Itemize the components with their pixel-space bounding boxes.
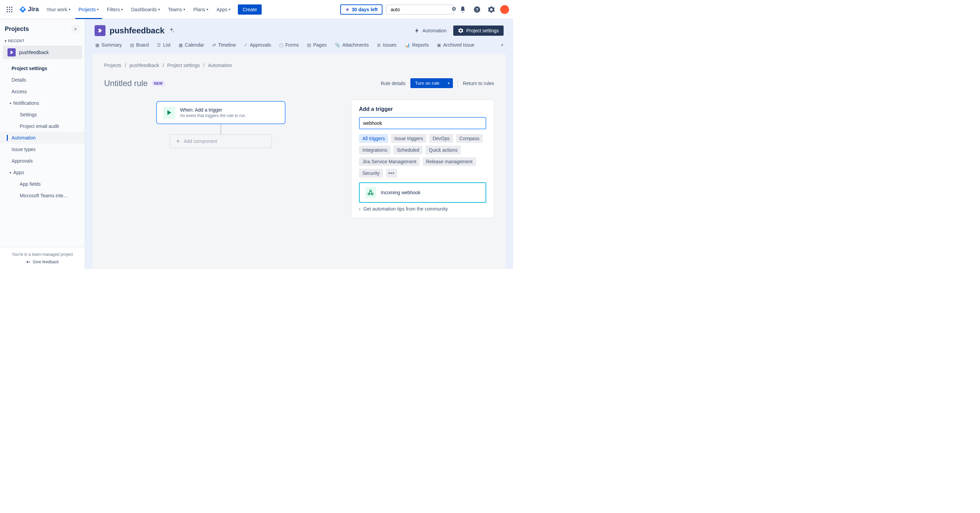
trigger-result-incoming-webhook[interactable]: Incoming webhook: [359, 182, 486, 203]
chevron-right-icon: ›: [359, 206, 361, 211]
add-tab-button[interactable]: +: [498, 41, 506, 49]
filter-chip-compass[interactable]: Compass: [456, 134, 483, 143]
sidebar-item-details[interactable]: Details: [0, 74, 85, 86]
tab-archived-issue[interactable]: ▣Archived Issue: [434, 40, 478, 50]
nav-item-teams[interactable]: Teams▾: [165, 5, 189, 14]
play-icon: [163, 106, 175, 119]
nav-item-projects[interactable]: Projects▾: [75, 5, 102, 14]
rule-title[interactable]: Untitled rule: [104, 79, 148, 88]
trigger-subtitle: An event that triggers the rule to run: [180, 113, 245, 118]
project-header-icon: [95, 25, 105, 36]
clear-search-icon[interactable]: [452, 6, 456, 12]
chevron-down-icon: ▾: [5, 39, 7, 43]
tab-reports[interactable]: 📊Reports: [401, 40, 432, 50]
svg-rect-1: [9, 6, 10, 8]
settings-icon[interactable]: [486, 4, 497, 15]
plus-icon: [175, 138, 181, 144]
new-badge: NEW: [152, 81, 165, 86]
filter-chip-security[interactable]: Security: [359, 169, 383, 178]
jira-logo[interactable]: Jira: [16, 6, 41, 13]
sidebar-item-issue-types[interactable]: Issue types: [0, 144, 85, 155]
trial-days-button[interactable]: 30 days left: [340, 5, 382, 14]
svg-rect-4: [9, 9, 10, 10]
svg-rect-5: [11, 9, 12, 10]
filter-chip-issue-triggers[interactable]: Issue triggers: [391, 134, 426, 143]
breadcrumb-separator: /: [203, 63, 205, 68]
chevron-down-icon: ▾: [448, 81, 450, 85]
rule-details-link[interactable]: Rule details: [381, 81, 406, 86]
notifications-icon[interactable]: [457, 4, 468, 15]
add-project-button[interactable]: +: [71, 24, 80, 33]
project-settings-button[interactable]: Project settings: [453, 25, 504, 36]
give-feedback-link[interactable]: Give feedback: [0, 258, 85, 266]
tab-issues[interactable]: ⊞Issues: [374, 40, 400, 50]
recent-section-toggle[interactable]: ▾ RECENT: [0, 37, 85, 45]
nav-item-apps[interactable]: Apps▾: [213, 5, 234, 14]
sidebar-item-project-settings[interactable]: Project settings: [0, 63, 85, 74]
main-content: pushfeedback Automation Project settings…: [85, 19, 513, 269]
sidebar-item-automation[interactable]: Automation: [0, 132, 85, 144]
filter-chip-all-triggers[interactable]: All triggers: [359, 134, 388, 143]
breadcrumb-separator: /: [163, 63, 164, 68]
add-component-button[interactable]: Add component: [170, 134, 272, 148]
help-icon[interactable]: ?: [472, 4, 482, 15]
sidebar-item-project-email-audit[interactable]: Project email audit: [0, 121, 85, 132]
filter-chip-integrations[interactable]: Integrations: [359, 146, 391, 154]
nav-item-dashboards[interactable]: Dashboards▾: [127, 5, 163, 14]
trigger-result-label: Incoming webhook: [381, 190, 421, 195]
tab-pages[interactable]: ▤Pages: [304, 40, 330, 50]
tab-attachments[interactable]: 📎Attachments: [331, 40, 372, 50]
tab-list[interactable]: ☰List: [153, 40, 174, 50]
nav-item-your-work[interactable]: Your work▾: [43, 5, 74, 14]
refine-icon[interactable]: [169, 27, 175, 34]
tab-approvals[interactable]: ✓Approvals: [240, 40, 274, 50]
filter-chip-jira-service-management[interactable]: Jira Service Management: [359, 157, 420, 166]
filter-chip-release-management[interactable]: Release management: [423, 157, 476, 166]
gear-icon: [458, 28, 463, 33]
megaphone-icon: [26, 260, 30, 264]
filter-chip-devops[interactable]: DevOps: [429, 134, 453, 143]
project-title: pushfeedback: [110, 26, 164, 35]
project-type-note: You're in a team-managed project: [0, 251, 85, 258]
automation-label: Automation: [422, 28, 447, 33]
create-button[interactable]: Create: [238, 5, 262, 14]
breadcrumb-item[interactable]: pushfeedback: [129, 63, 159, 68]
breadcrumb-item[interactable]: Automation: [208, 63, 232, 68]
tab-summary[interactable]: ▦Summary: [92, 40, 125, 50]
sidebar-item-approvals[interactable]: Approvals: [0, 155, 85, 167]
nav-item-plans[interactable]: Plans▾: [190, 5, 212, 14]
nav-item-filters[interactable]: Filters▾: [103, 5, 126, 14]
turn-on-dropdown[interactable]: ▾: [444, 78, 453, 88]
user-avatar[interactable]: [500, 5, 509, 14]
trigger-search-input[interactable]: [359, 117, 486, 129]
trigger-card[interactable]: When: Add a trigger An event that trigge…: [156, 101, 285, 124]
return-to-rules-link[interactable]: Return to rules: [463, 81, 494, 86]
sidebar-item-app-fields[interactable]: App fields: [0, 178, 85, 190]
sidebar-item-settings[interactable]: Settings: [0, 109, 85, 121]
tab-calendar[interactable]: ▦Calendar: [175, 40, 208, 50]
community-tips-link[interactable]: › Get automation tips from the community: [359, 206, 486, 211]
sidebar-item-access[interactable]: Access: [0, 86, 85, 97]
turn-on-rule-button[interactable]: Turn on rule: [410, 78, 444, 88]
filter-chip-more[interactable]: •••: [386, 169, 398, 178]
svg-rect-3: [7, 9, 8, 10]
recent-label: RECENT: [8, 39, 24, 43]
automation-link[interactable]: Automation: [411, 25, 450, 36]
filter-chip-quick-actions[interactable]: Quick actions: [425, 146, 461, 154]
sidebar-item-apps[interactable]: ▾Apps: [0, 167, 85, 178]
filter-chip-scheduled[interactable]: Scheduled: [393, 146, 423, 154]
sidebar-item-notifications[interactable]: ▾Notifications: [0, 97, 85, 109]
search-box[interactable]: [386, 5, 454, 14]
breadcrumb-item[interactable]: Projects: [104, 63, 121, 68]
project-icon: [8, 48, 16, 56]
breadcrumb-item[interactable]: Project settings: [167, 63, 200, 68]
tab-forms[interactable]: ▢Forms: [276, 40, 302, 50]
search-input[interactable]: [389, 6, 452, 13]
sidebar: Projects + ▾ RECENT pushfeedback Project…: [0, 19, 85, 269]
sidebar-item-microsoft-teams-inte-[interactable]: Microsoft Teams inte...: [0, 190, 85, 202]
tab-timeline[interactable]: ⇄Timeline: [209, 40, 239, 50]
trial-days-label: 30 days left: [352, 7, 378, 12]
app-switcher-icon[interactable]: [4, 4, 15, 15]
sidebar-project-item[interactable]: pushfeedback: [3, 46, 82, 59]
tab-board[interactable]: ▤Board: [127, 40, 152, 50]
